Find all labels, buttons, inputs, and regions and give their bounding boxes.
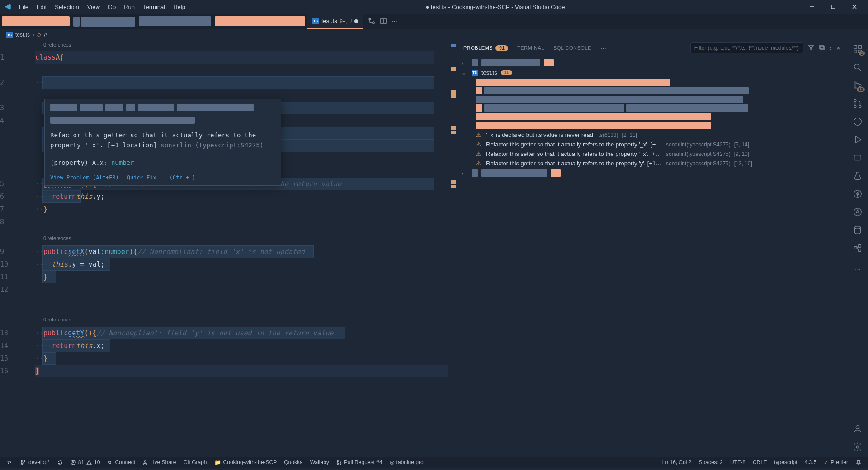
chevron-left-icon[interactable]: ‹ xyxy=(830,45,831,52)
problem-item[interactable]: ⚠ '_x' is declared but its value is neve… xyxy=(457,130,847,140)
menu-file[interactable]: File xyxy=(15,2,32,12)
extensions-icon[interactable]: 1 xyxy=(852,44,863,55)
filter-icon[interactable] xyxy=(808,44,814,52)
gitgraph-button[interactable]: Git Graph xyxy=(180,459,211,465)
close-icon[interactable]: ✕ xyxy=(836,45,841,52)
panel-tab-bar: PROBLEMS91 TERMINAL SQL CONSOLE ⋯ ‹ ✕ xyxy=(457,40,847,56)
svg-point-21 xyxy=(859,105,861,108)
more-icon[interactable]: ⋯ xyxy=(852,263,863,274)
maximize-button[interactable] xyxy=(823,0,843,14)
problems-file-collapsed[interactable]: › xyxy=(457,58,847,68)
problems-file-collapsed[interactable]: › xyxy=(457,168,847,178)
quokka-button[interactable]: Quokka xyxy=(280,459,306,465)
ts-version[interactable]: 4.3.5 xyxy=(801,459,821,465)
problems-filter-input[interactable] xyxy=(690,42,803,53)
svg-line-15 xyxy=(859,69,862,71)
problems-list[interactable]: › ⌄ TS test.ts 11 ⚠ '_x' is declared but xyxy=(457,56,847,457)
svg-point-41 xyxy=(337,463,338,465)
sonarlint-connect[interactable]: Connect xyxy=(104,459,139,465)
encoding[interactable]: UTF-8 xyxy=(726,459,749,465)
svg-point-16 xyxy=(854,82,856,84)
svg-point-19 xyxy=(854,99,856,102)
svg-rect-28 xyxy=(854,246,857,249)
line-number: 11 xyxy=(0,271,32,283)
tab-active-test-ts[interactable]: TS test.ts 9+, U xyxy=(307,14,363,29)
problems-summary[interactable]: 81 10 xyxy=(67,459,104,465)
breadcrumb[interactable]: TS test.ts › ◇ A xyxy=(0,29,868,40)
info-icon: ⚠ xyxy=(476,132,482,138)
quick-fix-link[interactable]: Quick Fix... (Ctrl+.) xyxy=(127,174,196,181)
git-branch[interactable]: develop* xyxy=(16,459,53,465)
account-icon[interactable] xyxy=(852,423,863,434)
codelens-link[interactable]: 0 references xyxy=(43,42,71,47)
eol[interactable]: CRLF xyxy=(749,459,770,465)
pr-button[interactable]: Pull Request #4 xyxy=(333,459,386,465)
code-editor[interactable]: 0 references 1 2 3 4 5 6 7 8 9 10 11 12 … xyxy=(0,40,457,457)
warning-icon: ⚠ xyxy=(476,160,482,167)
breadcrumb-file[interactable]: test.ts xyxy=(15,32,30,38)
debug-icon[interactable] xyxy=(852,134,863,145)
tab-redacted[interactable] xyxy=(2,16,70,26)
menu-edit[interactable]: Edit xyxy=(33,2,50,12)
wallaby-button[interactable]: Wallaby xyxy=(307,459,333,465)
codelens-link[interactable]: 0 references xyxy=(43,317,71,322)
collapse-all-icon[interactable] xyxy=(819,44,825,52)
menu-run[interactable]: Run xyxy=(120,2,138,12)
problem-item[interactable]: ⚠ Refactor this setter so that it actual… xyxy=(457,149,847,159)
thunder-icon[interactable] xyxy=(852,188,863,199)
more-icon[interactable]: ⋯ xyxy=(392,18,397,25)
menu-bar: File Edit Selection View Go Run Terminal… xyxy=(15,2,189,12)
terminal-tab[interactable]: TERMINAL xyxy=(517,45,544,51)
git-pr-icon[interactable] xyxy=(852,98,863,109)
chevron-down-icon: ⌄ xyxy=(462,69,468,76)
cursor-position[interactable]: Ln 16, Col 2 xyxy=(659,459,695,465)
liveshare-button[interactable]: Live Share xyxy=(139,459,179,465)
a-circle-icon[interactable] xyxy=(852,207,863,217)
overview-ruler[interactable] xyxy=(449,40,457,457)
search-icon[interactable] xyxy=(852,62,863,73)
prettier-button[interactable]: ✓ Prettier xyxy=(820,459,852,465)
testing-icon[interactable] xyxy=(852,170,863,181)
source-control-icon[interactable]: 18 xyxy=(852,80,863,91)
project-name[interactable]: 📁 Cooking-with-the-SCP xyxy=(211,459,281,465)
remote-icon[interactable] xyxy=(852,152,863,163)
tab-redacted[interactable] xyxy=(81,17,135,27)
menu-terminal[interactable]: Terminal xyxy=(139,2,169,12)
tab-redacted[interactable] xyxy=(215,16,305,26)
tab-redacted[interactable] xyxy=(139,16,211,26)
menu-selection[interactable]: Selection xyxy=(51,2,82,12)
sql-console-tab[interactable]: SQL CONSOLE xyxy=(553,45,591,51)
activity-bar: 1 18 ⋯ xyxy=(847,40,868,457)
menu-view[interactable]: View xyxy=(84,2,104,12)
line-number: 7 xyxy=(0,203,32,216)
github-icon[interactable] xyxy=(852,116,863,127)
database-icon[interactable] xyxy=(852,225,863,235)
tabnine-button[interactable]: ◎ tabnine pro xyxy=(386,459,427,465)
settings-gear-icon[interactable] xyxy=(852,442,863,452)
editor-tab-bar: TS test.ts 9+, U ⋯ xyxy=(0,14,868,29)
diff-icon[interactable] xyxy=(368,17,375,26)
minimize-button[interactable] xyxy=(802,0,822,14)
remote-indicator[interactable] xyxy=(3,459,16,465)
split-editor-icon[interactable] xyxy=(380,17,387,26)
problems-file-count-badge: 11 xyxy=(501,70,512,75)
tab-modified-dot-icon xyxy=(354,19,358,23)
svg-rect-8 xyxy=(820,45,823,49)
problems-tab[interactable]: PROBLEMS91 xyxy=(463,45,508,55)
codelens-link[interactable]: 0 references xyxy=(43,235,71,241)
close-button[interactable] xyxy=(844,0,864,14)
line-number: 4 xyxy=(0,114,32,127)
language-mode[interactable]: typescript xyxy=(770,459,801,465)
sync-button[interactable] xyxy=(53,459,67,465)
menu-go[interactable]: Go xyxy=(104,2,119,12)
svg-point-17 xyxy=(854,87,856,89)
references-icon[interactable] xyxy=(852,243,863,254)
indentation[interactable]: Spaces: 2 xyxy=(695,459,726,465)
menu-help[interactable]: Help xyxy=(170,2,189,12)
view-problem-link[interactable]: View Problem (Alt+F8) xyxy=(50,174,119,181)
notifications-icon[interactable] xyxy=(852,459,865,465)
problem-item[interactable]: ⚠ Refactor this getter so that it actual… xyxy=(457,140,847,149)
breadcrumb-symbol[interactable]: A xyxy=(44,32,47,38)
problems-file-expanded[interactable]: ⌄ TS test.ts 11 xyxy=(457,68,847,77)
problem-item[interactable]: ⚠ Refactor this getter so that it actual… xyxy=(457,159,847,168)
